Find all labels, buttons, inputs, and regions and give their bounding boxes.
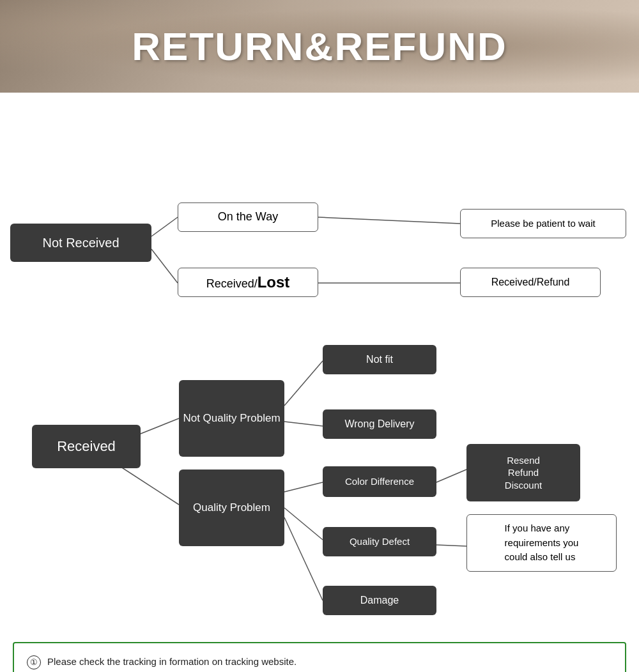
note-number-1: ① <box>27 655 41 669</box>
node-not-fit: Not fit <box>323 345 436 374</box>
node-please-wait: Please be patient to wait <box>460 209 626 238</box>
node-if-you-have: If you have any requirements you could a… <box>466 514 617 572</box>
note-text-1: Please check the tracking in formation o… <box>47 655 296 669</box>
node-on-the-way: On the Way <box>178 202 318 232</box>
node-not-quality-problem: Not Quality Problem <box>179 380 284 457</box>
node-received-lost: Received/Lost <box>178 268 318 297</box>
svg-line-0 <box>151 217 178 236</box>
notes-box: ① Please check the tracking in formation… <box>13 642 626 672</box>
node-resend-refund: Resend Refund Discount <box>466 444 580 501</box>
svg-line-5 <box>115 463 179 505</box>
node-damage: Damage <box>323 586 436 615</box>
node-quality-problem: Quality Problem <box>179 470 284 546</box>
svg-line-6 <box>284 361 323 406</box>
svg-line-9 <box>284 508 323 540</box>
node-not-received: Not Received <box>10 224 151 262</box>
page-title: RETURN&REFUND <box>132 24 507 69</box>
node-color-difference: Color Difference <box>323 466 436 497</box>
node-received-refund: Received/Refund <box>460 268 601 297</box>
svg-line-10 <box>284 517 323 600</box>
header: RETURN&REFUND <box>0 0 639 93</box>
main-content: Not Received On the Way Received/Lost Pl… <box>0 93 639 672</box>
svg-line-7 <box>284 422 323 426</box>
svg-line-1 <box>151 249 178 283</box>
svg-line-12 <box>436 545 466 546</box>
note-item-1: ① Please check the tracking in formation… <box>27 655 612 669</box>
node-wrong-delivery: Wrong Delivery <box>323 409 436 439</box>
node-quality-defect: Quality Defect <box>323 527 436 556</box>
svg-line-2 <box>318 217 460 224</box>
flowchart: Not Received On the Way Received/Lost Pl… <box>6 105 633 629</box>
svg-line-8 <box>284 482 323 492</box>
svg-line-11 <box>436 470 466 482</box>
node-received: Received <box>32 425 141 468</box>
